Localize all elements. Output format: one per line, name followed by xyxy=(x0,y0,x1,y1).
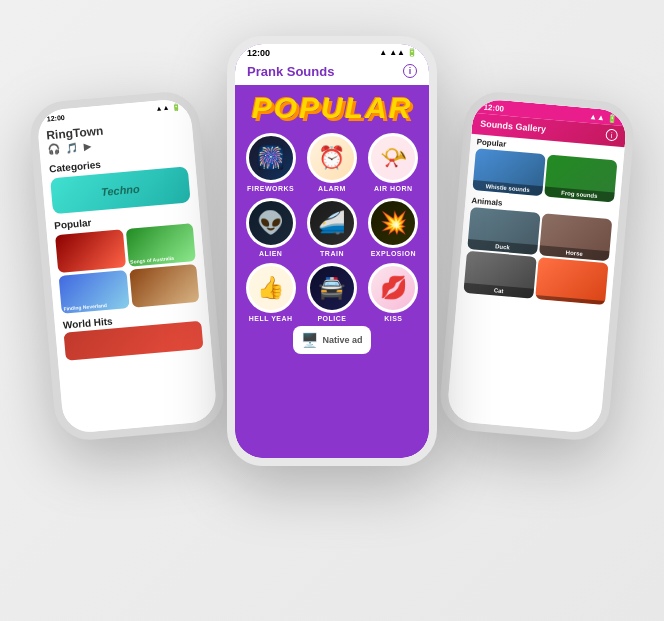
right-animals-section: Animals Duck Horse Cat xyxy=(457,192,619,308)
airhorn-label: AIR HORN xyxy=(374,185,413,192)
sound-hellyeah[interactable]: 👍 HELL YEAH xyxy=(243,263,298,322)
horse-thumb[interactable]: Horse xyxy=(539,213,612,261)
hellyeah-label: HELL YEAH xyxy=(249,315,293,322)
center-title: Prank Sounds xyxy=(247,64,334,79)
sound-alarm[interactable]: ⏰ ALARM xyxy=(304,133,359,192)
thumb-text-3: Finding Neverland xyxy=(63,301,107,311)
right-time: 12:00 xyxy=(483,102,504,113)
kiss-circle: 💋 xyxy=(368,263,418,313)
play-icon: ▶ xyxy=(83,140,92,152)
center-topbar: Prank Sounds i xyxy=(235,61,429,85)
techno-label: Techno xyxy=(101,182,141,197)
phone-center: 12:00 ▲ ▲▲ 🔋 Prank Sounds i POPULAR 🎆 FI… xyxy=(227,36,437,466)
right-signal: ▲▲ 🔋 xyxy=(589,111,618,122)
train-circle: 🚄 xyxy=(307,198,357,248)
sounds-grid: 🎆 FIREWORKS ⏰ ALARM 📯 AIR HORN 👽 ALI xyxy=(243,133,421,322)
sound-train[interactable]: 🚄 TRAIN xyxy=(304,198,359,257)
airhorn-circle: 📯 xyxy=(368,133,418,183)
battery-icon: 🔋 xyxy=(407,48,417,57)
headphones-icon: 🎧 xyxy=(47,143,60,155)
sound-police[interactable]: 🚔 POLICE xyxy=(304,263,359,322)
sound-fireworks[interactable]: 🎆 FIREWORKS xyxy=(243,133,298,192)
popular-thumb-2[interactable]: Songs of Australia xyxy=(125,223,196,267)
left-popular-grid: Songs of Australia Finding Neverland xyxy=(47,220,208,316)
ad-banner: 🖥️ Native ad xyxy=(293,326,370,354)
fireworks-label: FIREWORKS xyxy=(247,185,294,192)
ad-text: Native ad xyxy=(322,335,362,345)
train-label: TRAIN xyxy=(320,250,344,257)
frog-thumb[interactable]: Frog sounds xyxy=(544,154,617,202)
center-signal: ▲ ▲▲ 🔋 xyxy=(379,48,417,57)
popular-banner: POPULAR xyxy=(252,91,413,125)
center-content: POPULAR 🎆 FIREWORKS ⏰ ALARM 📯 AIR HORN xyxy=(235,85,429,458)
police-circle: 🚔 xyxy=(307,263,357,313)
explosion-circle: 💥 xyxy=(368,198,418,248)
kiss-label: KISS xyxy=(384,315,402,322)
alarm-label: ALARM xyxy=(318,185,346,192)
sound-explosion[interactable]: 💥 EXPLOSION xyxy=(366,198,421,257)
cat-label: Cat xyxy=(463,282,534,298)
police-label: POLICE xyxy=(317,315,346,322)
sound-airhorn[interactable]: 📯 AIR HORN xyxy=(366,133,421,192)
center-time: 12:00 xyxy=(247,48,270,58)
info-icon[interactable]: i xyxy=(403,64,417,78)
whistle-thumb[interactable]: Whistle sounds xyxy=(472,148,545,196)
phone-right: 12:00 ▲▲ 🔋 Sounds Gallery i Popular Whis… xyxy=(438,89,637,443)
fireworks-circle: 🎆 xyxy=(246,133,296,183)
sound-kiss[interactable]: 💋 KISS xyxy=(366,263,421,322)
right-animals-grid: Duck Horse Cat xyxy=(463,207,612,305)
alien-label: ALIEN xyxy=(259,250,283,257)
right-info-icon[interactable]: i xyxy=(605,128,618,141)
phone-left: 12:00 ▲▲ 🔋 RingTown 🎧 🎵 ▶ Categories Tec… xyxy=(28,89,227,443)
right-screen: 12:00 ▲▲ 🔋 Sounds Gallery i Popular Whis… xyxy=(446,97,628,433)
extra-label xyxy=(535,294,605,304)
popular-thumb-4[interactable] xyxy=(129,263,200,307)
wifi-icon: ▲ xyxy=(379,48,387,57)
music-icon: 🎵 xyxy=(65,141,78,153)
phones-container: 12:00 ▲▲ 🔋 RingTown 🎧 🎵 ▶ Categories Tec… xyxy=(22,16,642,606)
hellyeah-circle: 👍 xyxy=(246,263,296,313)
cat-thumb[interactable]: Cat xyxy=(463,250,536,298)
alarm-circle: ⏰ xyxy=(307,133,357,183)
center-screen: 12:00 ▲ ▲▲ 🔋 Prank Sounds i POPULAR 🎆 FI… xyxy=(235,44,429,458)
alien-circle: 👽 xyxy=(246,198,296,248)
left-signal: ▲▲ 🔋 xyxy=(155,102,180,112)
duck-thumb[interactable]: Duck xyxy=(467,207,540,255)
ad-icon: 🖥️ xyxy=(301,332,318,348)
extra-thumb[interactable] xyxy=(535,257,608,305)
left-time: 12:00 xyxy=(47,113,65,122)
popular-thumb-3[interactable]: Finding Neverland xyxy=(59,270,130,314)
sound-alien[interactable]: 👽 ALIEN xyxy=(243,198,298,257)
signal-icon: ▲▲ xyxy=(389,48,405,57)
right-header-title: Sounds Gallery xyxy=(480,118,547,134)
thumb-text-2: Songs of Australia xyxy=(130,254,174,264)
popular-thumb-1[interactable] xyxy=(55,229,126,273)
explosion-label: EXPLOSION xyxy=(371,250,416,257)
left-screen: 12:00 ▲▲ 🔋 RingTown 🎧 🎵 ▶ Categories Tec… xyxy=(36,97,218,433)
center-status-bar: 12:00 ▲ ▲▲ 🔋 xyxy=(235,44,429,61)
